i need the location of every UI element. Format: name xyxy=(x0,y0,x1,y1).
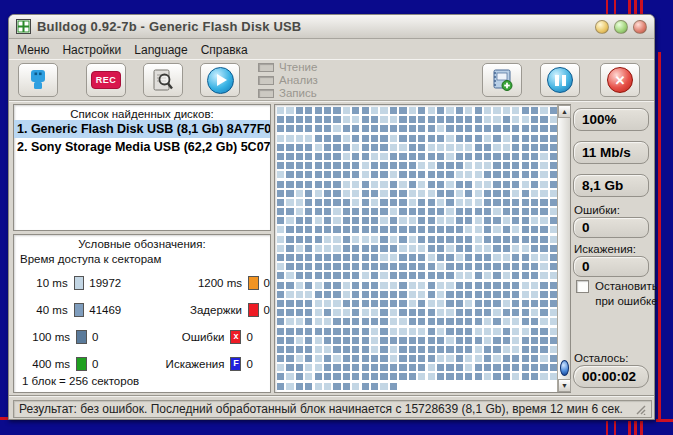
block-map-grid xyxy=(277,107,557,391)
journal-add-icon xyxy=(490,68,514,92)
speed-field: 11 Mb/s xyxy=(573,141,649,164)
statusbar: Результат: без ошибок. Последний обработ… xyxy=(9,396,654,420)
search-icon xyxy=(152,68,174,92)
wallpaper-stripe xyxy=(658,52,661,420)
disk-list-item[interactable]: 2. Sony Storage Media USB (62,2 Gb) 5C07… xyxy=(14,138,270,156)
rec-icon: REC xyxy=(91,71,122,89)
checkbox-icon[interactable] xyxy=(576,280,589,293)
legend-value: 41469 xyxy=(89,304,121,316)
log-button[interactable] xyxy=(482,63,522,97)
usb-icon xyxy=(29,69,47,91)
analyze-indicator-box xyxy=(258,76,274,85)
wallpaper-stripe xyxy=(640,0,643,14)
legend-swatch-delays xyxy=(248,303,259,317)
legend-swatch-400ms xyxy=(76,357,87,371)
stop-on-error-label: Остановить при ошибке xyxy=(595,279,658,309)
close-button[interactable] xyxy=(633,20,647,34)
status-text: Результат: без ошибок. Последний обработ… xyxy=(13,400,652,418)
wallpaper-stripe xyxy=(0,417,8,420)
disk-list-panel: Список найденных дисков: 1. Generic Flas… xyxy=(13,104,271,231)
legend-rows: 10 ms 19972 1200 ms 0 40 ms 41469 Задерж… xyxy=(14,269,270,377)
legend-row: 40 ms 41469 Задержки 0 xyxy=(14,296,270,323)
disk-list-item[interactable]: 1. Generic Flash Disk USB (8,1 Gb) 8A77F… xyxy=(14,120,270,138)
legend-row: 400 ms 0 Искажения F 0 xyxy=(14,350,270,377)
legend-value: 0 xyxy=(264,304,270,316)
error-x-glyph: x xyxy=(233,332,238,341)
legend-label: Искажения xyxy=(98,358,224,370)
menu-item-help[interactable]: Справка xyxy=(201,43,248,57)
wallpaper-stripe xyxy=(628,0,631,14)
disk-list-header: Список найденных дисков: xyxy=(14,105,270,120)
pause-button[interactable] xyxy=(540,63,580,97)
legend-swatch-100ms xyxy=(76,330,87,344)
remaining-label: Осталось: xyxy=(574,352,628,364)
legend-footer: 1 блок = 256 секторов xyxy=(22,375,139,387)
legend-row: 100 ms 0 Ошибки x 0 xyxy=(14,323,270,350)
stats-column: 100% 11 Mb/s 8,1 Gb Ошибки: 0 Искажения:… xyxy=(573,104,653,393)
mode-label: Анализ xyxy=(279,74,318,86)
legend-swatch-errors: x xyxy=(230,330,241,344)
progress-field: 100% xyxy=(573,108,649,131)
select-device-button[interactable] xyxy=(18,63,58,97)
legend-title: Условные обозначения: xyxy=(14,235,270,250)
menubar: Меню Настройки Language Справка xyxy=(9,40,654,59)
minimize-button[interactable] xyxy=(595,20,609,34)
app-window: Bulldog 0.92-7b - Generic Flash Disk USB… xyxy=(8,14,655,420)
menu-item-menu[interactable]: Меню xyxy=(17,43,49,57)
mode-label: Запись xyxy=(279,87,317,99)
record-button[interactable]: REC xyxy=(86,63,126,97)
size-field: 8,1 Gb xyxy=(573,174,649,197)
legend-label: 1200 ms xyxy=(121,277,242,289)
scrollbar-thumb[interactable] xyxy=(560,360,569,376)
wallpaper-stripe xyxy=(606,0,608,14)
maximize-button[interactable] xyxy=(614,20,628,34)
mode-write: Запись xyxy=(258,87,318,99)
app-icon xyxy=(16,19,31,34)
legend-swatch-10ms xyxy=(74,276,85,290)
wallpaper-stripe xyxy=(634,0,637,14)
legend-swatch-1200ms xyxy=(248,276,259,290)
legend-label: 40 ms xyxy=(14,304,68,316)
menu-item-settings[interactable]: Настройки xyxy=(62,43,121,57)
mode-label: Чтение xyxy=(279,61,317,73)
wallpaper-stripe xyxy=(656,419,673,422)
menu-item-language[interactable]: Language xyxy=(134,43,187,57)
remaining-time-field: 00:00:02 xyxy=(573,365,649,388)
legend-label: 400 ms xyxy=(14,358,70,370)
resize-grip-icon[interactable] xyxy=(634,403,646,415)
read-indicator-box xyxy=(258,63,274,72)
mode-read: Чтение xyxy=(258,61,318,73)
errors-label: Ошибки: xyxy=(574,204,620,216)
distortion-f-glyph: F xyxy=(233,359,239,368)
scroll-down-icon[interactable]: ▼ xyxy=(558,379,571,392)
start-button[interactable] xyxy=(200,63,240,97)
wallpaper-stripe xyxy=(640,421,643,435)
play-icon xyxy=(207,67,234,94)
pause-icon xyxy=(547,67,573,93)
wallpaper-stripe xyxy=(614,421,616,435)
legend-row: 10 ms 19972 1200 ms 0 xyxy=(14,269,270,296)
legend-value: 0 xyxy=(246,331,252,343)
legend-label: Задержки xyxy=(121,304,242,316)
stop-icon: ✕ xyxy=(607,67,633,93)
wallpaper-stripe xyxy=(634,421,637,435)
wallpaper-stripe xyxy=(606,421,608,435)
legend-swatch-40ms xyxy=(74,303,85,317)
titlebar[interactable]: Bulldog 0.92-7b - Generic Flash Disk USB xyxy=(9,15,654,39)
legend-panel: Условные обозначения: Время доступа к се… xyxy=(13,234,271,393)
wallpaper-stripe xyxy=(628,421,631,435)
legend-label: Ошибки xyxy=(98,331,224,343)
scan-button[interactable] xyxy=(143,63,183,97)
block-map-scrollbar[interactable]: ▲ ▼ xyxy=(557,105,570,392)
legend-subtitle: Время доступа к секторам xyxy=(14,250,270,265)
distortions-field: 0 xyxy=(573,256,649,277)
window-title: Bulldog 0.92-7b - Generic Flash Disk USB xyxy=(37,19,590,34)
stop-on-error-checkbox[interactable]: Остановить при ошибке xyxy=(576,279,658,309)
toolbar: REC Чтение Анализ xyxy=(9,59,654,101)
stop-button[interactable]: ✕ xyxy=(600,63,640,97)
scroll-up-icon[interactable]: ▲ xyxy=(558,105,571,118)
legend-value: 0 xyxy=(264,277,270,289)
write-indicator-box xyxy=(258,89,274,98)
legend-value: 19972 xyxy=(89,277,121,289)
legend-label: 10 ms xyxy=(14,277,68,289)
